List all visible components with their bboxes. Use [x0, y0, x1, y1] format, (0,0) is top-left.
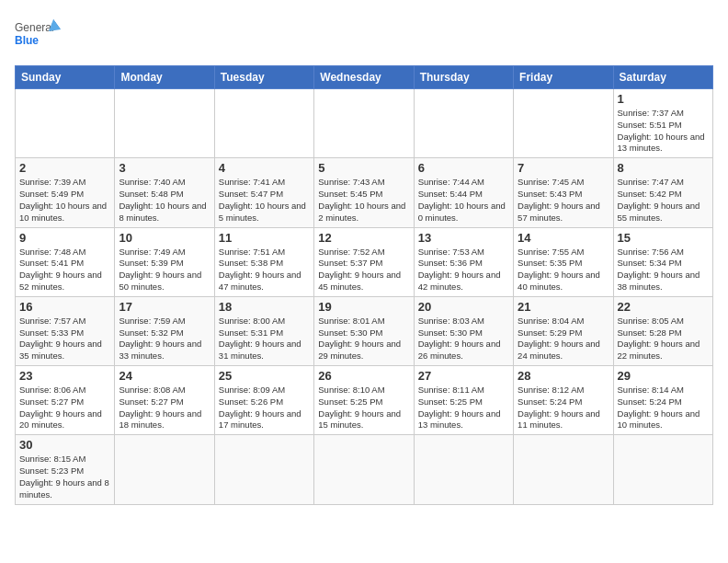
- calendar-cell: 8Sunrise: 7:47 AM Sunset: 5:42 PM Daylig…: [613, 158, 712, 227]
- calendar-cell: [613, 435, 712, 504]
- calendar-cell: 11Sunrise: 7:51 AM Sunset: 5:38 PM Dayli…: [214, 227, 313, 296]
- day-number: 28: [518, 369, 609, 383]
- calendar-cell: 28Sunrise: 8:12 AM Sunset: 5:24 PM Dayli…: [514, 366, 613, 435]
- day-number: 29: [618, 369, 709, 383]
- day-number: 4: [219, 161, 310, 175]
- day-number: 11: [219, 231, 310, 245]
- day-info: Sunrise: 8:10 AM Sunset: 5:25 PM Dayligh…: [318, 385, 409, 431]
- day-info: Sunrise: 7:53 AM Sunset: 5:36 PM Dayligh…: [418, 247, 509, 293]
- day-info: Sunrise: 7:43 AM Sunset: 5:45 PM Dayligh…: [318, 177, 409, 224]
- logo-svg: General Blue: [15, 15, 61, 56]
- day-number: 26: [318, 369, 409, 383]
- day-number: 24: [119, 369, 210, 383]
- day-number: 10: [119, 231, 210, 245]
- day-info: Sunrise: 8:15 AM Sunset: 5:23 PM Dayligh…: [19, 454, 110, 500]
- day-info: Sunrise: 8:08 AM Sunset: 5:27 PM Dayligh…: [119, 385, 210, 431]
- day-info: Sunrise: 8:01 AM Sunset: 5:30 PM Dayligh…: [318, 316, 409, 362]
- svg-text:General: General: [15, 21, 54, 34]
- calendar-cell: 23Sunrise: 8:06 AM Sunset: 5:27 PM Dayli…: [16, 366, 115, 435]
- col-header-monday: Monday: [115, 66, 214, 89]
- calendar-cell: 21Sunrise: 8:04 AM Sunset: 5:29 PM Dayli…: [514, 296, 613, 365]
- day-info: Sunrise: 8:14 AM Sunset: 5:24 PM Dayligh…: [618, 385, 709, 431]
- calendar-cell: 2Sunrise: 7:39 AM Sunset: 5:49 PM Daylig…: [16, 158, 115, 227]
- calendar-cell: 5Sunrise: 7:43 AM Sunset: 5:45 PM Daylig…: [314, 158, 414, 227]
- calendar-week-5: 23Sunrise: 8:06 AM Sunset: 5:27 PM Dayli…: [16, 366, 713, 435]
- calendar-week-6: 30Sunrise: 8:15 AM Sunset: 5:23 PM Dayli…: [16, 435, 713, 504]
- day-info: Sunrise: 8:09 AM Sunset: 5:26 PM Dayligh…: [219, 385, 310, 431]
- day-info: Sunrise: 7:39 AM Sunset: 5:49 PM Dayligh…: [19, 177, 110, 224]
- day-info: Sunrise: 7:37 AM Sunset: 5:51 PM Dayligh…: [618, 108, 709, 155]
- day-number: 7: [518, 161, 609, 175]
- day-number: 25: [219, 369, 310, 383]
- calendar-cell: 17Sunrise: 7:59 AM Sunset: 5:32 PM Dayli…: [115, 296, 214, 365]
- calendar-cell: [16, 89, 115, 158]
- calendar-cell: [514, 435, 613, 504]
- col-header-sunday: Sunday: [16, 66, 115, 89]
- calendar-week-1: 1Sunrise: 7:37 AM Sunset: 5:51 PM Daylig…: [16, 89, 713, 158]
- calendar-cell: [314, 89, 414, 158]
- day-number: 13: [418, 231, 509, 245]
- day-info: Sunrise: 7:52 AM Sunset: 5:37 PM Dayligh…: [318, 247, 409, 293]
- calendar-cell: [214, 89, 313, 158]
- day-number: 15: [618, 231, 709, 245]
- day-number: 20: [418, 300, 509, 314]
- col-header-thursday: Thursday: [414, 66, 513, 89]
- day-info: Sunrise: 7:51 AM Sunset: 5:38 PM Dayligh…: [219, 247, 310, 293]
- day-info: Sunrise: 7:41 AM Sunset: 5:47 PM Dayligh…: [219, 177, 310, 224]
- calendar-week-2: 2Sunrise: 7:39 AM Sunset: 5:49 PM Daylig…: [16, 158, 713, 227]
- col-header-friday: Friday: [514, 66, 613, 89]
- day-info: Sunrise: 7:59 AM Sunset: 5:32 PM Dayligh…: [119, 316, 210, 362]
- day-number: 27: [418, 369, 509, 383]
- page-header: General Blue: [15, 15, 713, 56]
- calendar-cell: 14Sunrise: 7:55 AM Sunset: 5:35 PM Dayli…: [514, 227, 613, 296]
- calendar-cell: 9Sunrise: 7:48 AM Sunset: 5:41 PM Daylig…: [16, 227, 115, 296]
- day-info: Sunrise: 8:05 AM Sunset: 5:28 PM Dayligh…: [618, 316, 709, 362]
- day-info: Sunrise: 7:47 AM Sunset: 5:42 PM Dayligh…: [618, 177, 709, 224]
- day-number: 14: [518, 231, 609, 245]
- calendar-cell: 20Sunrise: 8:03 AM Sunset: 5:30 PM Dayli…: [414, 296, 513, 365]
- calendar-header-row: SundayMondayTuesdayWednesdayThursdayFrid…: [16, 66, 713, 89]
- calendar-cell: [414, 89, 513, 158]
- calendar-cell: 1Sunrise: 7:37 AM Sunset: 5:51 PM Daylig…: [613, 89, 712, 158]
- calendar-cell: 22Sunrise: 8:05 AM Sunset: 5:28 PM Dayli…: [613, 296, 712, 365]
- day-number: 1: [618, 92, 709, 106]
- calendar-table: SundayMondayTuesdayWednesdayThursdayFrid…: [15, 65, 713, 505]
- col-header-wednesday: Wednesday: [314, 66, 414, 89]
- day-info: Sunrise: 7:40 AM Sunset: 5:48 PM Dayligh…: [119, 177, 210, 224]
- day-info: Sunrise: 7:49 AM Sunset: 5:39 PM Dayligh…: [119, 247, 210, 293]
- col-header-tuesday: Tuesday: [214, 66, 313, 89]
- day-info: Sunrise: 8:06 AM Sunset: 5:27 PM Dayligh…: [19, 385, 110, 431]
- day-number: 12: [318, 231, 409, 245]
- calendar-cell: 25Sunrise: 8:09 AM Sunset: 5:26 PM Dayli…: [214, 366, 313, 435]
- logo: General Blue: [15, 15, 61, 56]
- calendar-cell: 18Sunrise: 8:00 AM Sunset: 5:31 PM Dayli…: [214, 296, 313, 365]
- calendar-cell: [314, 435, 414, 504]
- calendar-cell: 15Sunrise: 7:56 AM Sunset: 5:34 PM Dayli…: [613, 227, 712, 296]
- calendar-cell: [514, 89, 613, 158]
- day-number: 9: [19, 231, 110, 245]
- day-number: 3: [119, 161, 210, 175]
- calendar-week-3: 9Sunrise: 7:48 AM Sunset: 5:41 PM Daylig…: [16, 227, 713, 296]
- day-number: 18: [219, 300, 310, 314]
- calendar-cell: [214, 435, 313, 504]
- calendar-cell: 6Sunrise: 7:44 AM Sunset: 5:44 PM Daylig…: [414, 158, 513, 227]
- day-number: 30: [19, 438, 110, 452]
- day-info: Sunrise: 7:55 AM Sunset: 5:35 PM Dayligh…: [518, 247, 609, 293]
- calendar-cell: 13Sunrise: 7:53 AM Sunset: 5:36 PM Dayli…: [414, 227, 513, 296]
- calendar-cell: 7Sunrise: 7:45 AM Sunset: 5:43 PM Daylig…: [514, 158, 613, 227]
- calendar-cell: [115, 89, 214, 158]
- day-info: Sunrise: 8:11 AM Sunset: 5:25 PM Dayligh…: [418, 385, 509, 431]
- calendar-cell: 26Sunrise: 8:10 AM Sunset: 5:25 PM Dayli…: [314, 366, 414, 435]
- day-number: 19: [318, 300, 409, 314]
- day-number: 21: [518, 300, 609, 314]
- day-info: Sunrise: 7:44 AM Sunset: 5:44 PM Dayligh…: [418, 177, 509, 224]
- day-number: 23: [19, 369, 110, 383]
- calendar-cell: 3Sunrise: 7:40 AM Sunset: 5:48 PM Daylig…: [115, 158, 214, 227]
- calendar-cell: [115, 435, 214, 504]
- day-number: 8: [618, 161, 709, 175]
- day-number: 17: [119, 300, 210, 314]
- calendar-cell: 24Sunrise: 8:08 AM Sunset: 5:27 PM Dayli…: [115, 366, 214, 435]
- calendar-week-4: 16Sunrise: 7:57 AM Sunset: 5:33 PM Dayli…: [16, 296, 713, 365]
- day-number: 2: [19, 161, 110, 175]
- day-info: Sunrise: 7:57 AM Sunset: 5:33 PM Dayligh…: [19, 316, 110, 362]
